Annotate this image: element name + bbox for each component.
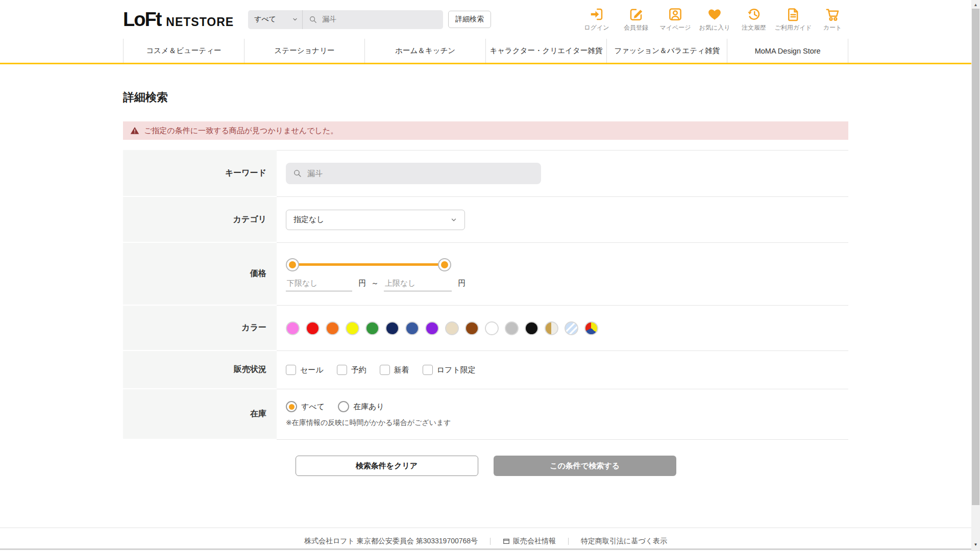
color-swatch-white[interactable]: [485, 321, 499, 335]
color-swatch-pink[interactable]: [286, 321, 300, 335]
scrollbar-up-arrow[interactable]: ▲: [971, 1, 980, 8]
header: LoFt NETSTORE すべて 漏斗 詳細検: [123, 0, 848, 39]
color-swatch-navy[interactable]: [385, 321, 399, 335]
footer: 株式会社ロフト 東京都公安委員会 第303319700768号 販売会社情報 特…: [0, 528, 971, 546]
login-link[interactable]: ログイン: [581, 7, 612, 32]
stock-options: すべて 在庫あり: [286, 401, 848, 412]
cart-label: カート: [823, 23, 842, 32]
color-swatch-beige[interactable]: [445, 321, 459, 335]
footer-link-seller-info-label: 販売会社情報: [513, 537, 556, 546]
footer-divider: [568, 538, 569, 545]
color-swatch-yellow[interactable]: [346, 321, 359, 335]
footer-company-text: 株式会社ロフト 東京都公安委員会 第303319700768号: [304, 537, 478, 546]
color-swatch-clear[interactable]: [565, 321, 578, 335]
header-search-value: 漏斗: [322, 15, 336, 24]
price-slider-min-handle[interactable]: [286, 258, 299, 271]
favorites-label: お気に入り: [699, 23, 730, 32]
guide-icon: [786, 7, 801, 22]
stock-note: ※在庫情報の反映に時間がかかる場合がございます: [286, 418, 848, 428]
price-separator: ～: [371, 279, 379, 288]
checkbox-new-box: [380, 365, 390, 375]
color-swatch-green[interactable]: [365, 321, 379, 335]
color-swatch-multicolor[interactable]: [584, 321, 598, 335]
nav-item-cosmetics[interactable]: コスメ＆ビューティー: [123, 39, 244, 63]
header-search-bar: すべて 漏斗: [248, 10, 443, 29]
checkbox-sale-label: セール: [300, 365, 324, 375]
order-history-icon: [746, 7, 762, 22]
radio-stock-instock[interactable]: 在庫あり: [338, 401, 384, 412]
chevron-down-icon: [292, 16, 298, 22]
price-slider-max-handle[interactable]: [438, 258, 451, 271]
category-select[interactable]: 指定なし: [286, 210, 465, 230]
guide-label: ご利用ガイド: [774, 23, 812, 32]
advanced-search-button[interactable]: 詳細検索: [448, 11, 491, 28]
price-inputs: 下限なし 円 ～ 上限なし 円: [286, 279, 848, 291]
checkbox-loft-exclusive-label: ロフト限定: [437, 365, 476, 375]
scrollbar-down-arrow[interactable]: ▼: [971, 541, 980, 548]
nav-item-stationery[interactable]: ステーショナリー: [244, 39, 365, 63]
register-icon: [628, 7, 644, 22]
checkbox-loft-exclusive-box: [423, 365, 433, 375]
footer-link-seller-info[interactable]: 販売会社情報: [503, 537, 556, 546]
form-actions: 検索条件をクリア この条件で検索する: [123, 456, 848, 476]
nav-item-character-goods[interactable]: キャラクター・クリエイター雑貨: [485, 39, 606, 63]
nav-item-fashion-variety[interactable]: ファッション＆バラエティ雑貨: [606, 39, 727, 63]
checkbox-preorder-box: [337, 365, 347, 375]
price-max-input[interactable]: 上限なし: [384, 279, 452, 291]
guide-link[interactable]: ご利用ガイド: [777, 7, 809, 32]
price-range-slider: [286, 258, 451, 271]
footer-divider: [490, 538, 491, 545]
scrollbar-thumb[interactable]: [972, 9, 979, 505]
search-submit-button[interactable]: この条件で検索する: [494, 456, 676, 476]
checkbox-sale[interactable]: セール: [286, 365, 324, 375]
color-swatch-red[interactable]: [306, 321, 320, 335]
order-history-link[interactable]: 注文履歴: [738, 7, 770, 32]
header-quick-links: ログイン 会員登録 マイページ: [581, 7, 848, 32]
header-search-category-select[interactable]: すべて: [248, 10, 303, 29]
checkbox-new-label: 新着: [394, 365, 409, 375]
keyword-row: キーワード 漏斗: [123, 150, 848, 197]
color-swatch-gray[interactable]: [505, 321, 519, 335]
color-swatch-brown[interactable]: [465, 321, 479, 335]
main-nav: コスメ＆ビューティー ステーショナリー ホーム＆キッチン キャラクター・クリエイ…: [0, 39, 971, 64]
price-row: 価格 下限なし 円 ～ 上限なし 円: [123, 243, 848, 306]
checkbox-new[interactable]: 新着: [380, 365, 409, 375]
color-swatch-orange[interactable]: [326, 321, 339, 335]
header-search-category-value: すべて: [254, 15, 276, 24]
favorites-link[interactable]: お気に入り: [699, 7, 730, 32]
radio-stock-all[interactable]: すべて: [286, 401, 325, 412]
radio-stock-all-label: すべて: [301, 402, 325, 412]
checkbox-sale-box: [286, 365, 296, 375]
color-swatch-purple[interactable]: [425, 321, 439, 335]
order-history-label: 注文履歴: [742, 23, 766, 32]
color-swatch-black[interactable]: [525, 321, 538, 335]
vertical-scrollbar[interactable]: ▲ ▼: [971, 0, 980, 551]
cart-link[interactable]: カート: [817, 7, 848, 32]
keyword-input[interactable]: 漏斗: [286, 163, 541, 184]
price-min-input[interactable]: 下限なし: [286, 279, 352, 291]
chevron-down-icon: [450, 216, 457, 223]
sales-status-row: 販売状況 セール 予約 新着: [123, 351, 848, 389]
warning-icon: [130, 126, 139, 135]
category-label: カテゴリ: [123, 197, 277, 243]
footer-link-tokusho-label: 特定商取引法に基づく表示: [581, 537, 667, 546]
color-swatch-blue[interactable]: [405, 321, 419, 335]
sales-status-label: 販売状況: [123, 351, 277, 389]
radio-stock-all-circle: [286, 401, 297, 412]
keyword-value: 漏斗: [307, 169, 323, 179]
nav-item-home-kitchen[interactable]: ホーム＆キッチン: [364, 39, 485, 63]
register-link[interactable]: 会員登録: [620, 7, 652, 32]
stock-row: 在庫 すべて 在庫あり ※在庫情報の反映に時間がかかる場合がございます: [123, 389, 848, 440]
window-bottom-edge: [0, 548, 971, 550]
loft-logo[interactable]: LoFt NETSTORE: [123, 10, 234, 29]
mypage-link[interactable]: マイページ: [659, 7, 691, 32]
favorites-icon: [707, 7, 722, 22]
checkbox-loft-exclusive[interactable]: ロフト限定: [423, 365, 476, 375]
mypage-icon: [668, 7, 683, 22]
nav-item-moma[interactable]: MoMA Design Store: [727, 39, 848, 63]
color-swatch-gold-silver[interactable]: [545, 321, 558, 335]
header-search-input[interactable]: 漏斗: [303, 10, 443, 29]
clear-conditions-button[interactable]: 検索条件をクリア: [296, 456, 478, 476]
checkbox-preorder[interactable]: 予約: [337, 365, 366, 375]
footer-link-tokusho[interactable]: 特定商取引法に基づく表示: [581, 537, 667, 546]
